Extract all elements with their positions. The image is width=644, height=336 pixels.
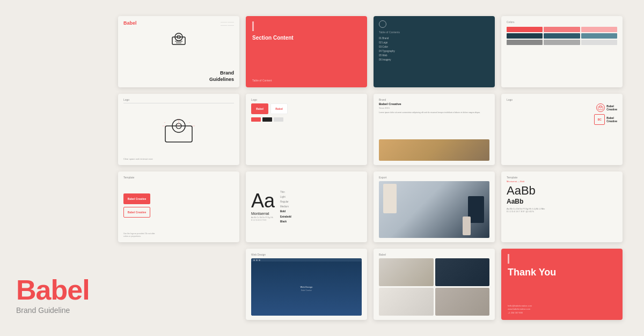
logo-icon [171,31,187,47]
web-content-inner: Web Design Babel Creative [301,286,313,292]
slide-logo-templates[interactable]: Template Babel Creative Babel Creative U… [118,171,239,243]
typo-desc: Aa Bb Cc Dd Ee Ff Gg Hh0 1 2 3 4 5 6 7 8… [251,216,277,222]
slide-imagery-grid[interactable]: Babel [374,249,495,320]
slide-meta: ——— —————— ——— [221,20,234,26]
typo-left: Aa Montserrat Aa Bb Cc Dd Ee Ff Gg Hh0 1… [251,176,277,238]
imagery-grid [379,258,489,316]
logo-var-monogram: BC [594,114,605,125]
weight-medium: Medium [280,205,291,208]
logo-usage-header: Logo [251,98,362,101]
swatch-red-dark [507,27,543,32]
toc-heading: Table of Contents [379,30,489,34]
logo-swatch-red [251,117,261,122]
browser-dot-1 [253,259,255,261]
section-title: Section Content [252,34,361,42]
brand-story-text: Lorem ipsum dolor sit amet consectetur a… [379,111,489,137]
slide-typography-2[interactable]: Template Montserrat — Bold AaBb AaBb Aa … [501,171,623,243]
weight-bold: Bold [280,210,291,213]
slide-header: Babel ——— —————— ——— [123,20,234,26]
logo-red: Babel [251,103,268,114]
swatch-gray-dark [507,40,543,45]
weight-light: Light [280,195,291,199]
slide-title-text: Brand Guidelines [123,70,234,83]
slide-title: Brand Guidelines [123,68,234,83]
slide-brand-story[interactable]: Brand Babel Creative Since 2015 Lorem ip… [374,94,495,165]
logo-usage-logos: Babel Babel [251,103,362,114]
typo2-header: Template [507,176,617,179]
accent-bar [252,21,254,31]
logo-tmpl-header: Template [123,176,234,179]
main-container: Babel Brand Guideline Babel ——— —————— —… [0,0,644,336]
thank-you-footer: hello@babelcreative.com www.babelcreativ… [508,304,616,315]
logo-var-1: BabelCreative [596,103,617,112]
weight-black: Black [280,220,291,223]
logo-swatch-dark [262,117,272,122]
logo-tmpl-desc: Use the logo as provided. Do not alterco… [123,233,234,238]
slide-logo-variations[interactable]: Logo BabelCreative BC BabelCreativ [501,94,623,165]
typo2-small: Aa Bb Cc Dd Ee Ff Gg Hh Ii Jj Kk Ll Mm 0… [507,207,617,213]
logo-white: Babel [270,103,288,114]
slide-babel-label: Babel [123,20,137,26]
logo-variations: BabelCreative BC BabelCreative [507,103,617,125]
photo-item-3 [463,216,471,235]
browser-dot-2 [256,259,258,261]
brand-story-heading: Babel Creative [379,102,489,106]
slide-typography[interactable]: Aa Montserrat Aa Bb Cc Dd Ee Ff Gg Hh0 1… [246,171,367,243]
slide-cover[interactable]: Babel ——— —————— ——— Brand Guidelines [118,16,239,87]
logo-swatch-light [274,117,283,122]
color-swatches [507,27,617,83]
grid-img-3 [379,288,434,316]
logo-templates: Babel Creative Babel Creative [123,181,234,230]
typo-font-name: Montserrat [251,212,277,215]
typo2-sub: Montserrat — Bold [507,180,617,183]
slide-logo-diagram[interactable]: Logo ← → Clear space and minimum size [118,94,239,165]
slide-colors[interactable]: Colors [501,16,623,87]
slide-toc[interactable]: Table of Contents 01 Brand 02 Logo 03 Co… [374,16,495,87]
imagery-grid-header: Babel [379,253,489,256]
logo-var-icon-1 [596,103,605,112]
slide-logo-usage[interactable]: Logo Babel Babel [246,94,367,165]
brand-story-label: Brand [379,98,489,101]
weight-extrabold: Extrabold [280,215,291,219]
colors-heading: Colors [507,20,617,24]
weight-regular: Regular [280,200,291,204]
slide-web-design[interactable]: Web Design Web Design Babel Creative [246,249,367,320]
svg-text:←: ← [164,121,166,124]
logo-var-2: BC BabelCreative [594,114,617,125]
toc-icon [379,20,386,28]
thank-you-accent [508,254,509,264]
imagery-photo [379,181,489,238]
slide-thank-you[interactable]: Thank You hello@babelcreative.com www.ba… [501,249,623,320]
logo-var-header: Logo [507,98,617,101]
slides-grid: Babel ——— —————— ——— Brand Guidelines [118,16,623,320]
logo-swatches [251,117,362,122]
logo-var-text-2: BabelCreative [606,116,617,123]
logo-diagram-header: Logo [123,98,234,103]
typo2-medium: AaBb [507,198,617,205]
browser-dot-3 [259,259,260,261]
typo-weights: Thin Light Regular Medium Bold Extrabold… [280,176,291,238]
logo-diagram-icon: ← → [123,106,234,158]
logo-var-text-1: BabelCreative [606,104,617,111]
grid-img-4 [435,288,490,316]
slide-section-content[interactable]: Section Content Table of Content [246,16,367,87]
swatch-teal-mid [544,33,580,39]
swatch-row-1 [507,27,617,32]
swatch-gray-mid [544,40,580,45]
swatch-gray-light [581,40,617,45]
slide-imagery[interactable]: Export [374,171,495,243]
logo-tmpl-red: Babel Creative [123,193,150,204]
typo2-big: AaBb [507,185,617,197]
grid-img-1 [379,258,434,286]
logo-tmpl-outline: Babel Creative [123,207,150,218]
brand-story-sub: Since 2015 [379,107,489,109]
brand-story-image [379,139,489,161]
grid-img-2 [435,258,490,286]
imagery-header: Export [379,176,489,179]
brand-logo: Babel [16,276,102,304]
swatch-red-mid [544,27,580,32]
swatch-teal-dark [507,33,543,39]
logo-diagram-text: Clear space and minimum size [123,158,234,161]
weight-thin: Thin [280,190,291,194]
left-brand: Babel Brand Guideline [16,16,102,320]
